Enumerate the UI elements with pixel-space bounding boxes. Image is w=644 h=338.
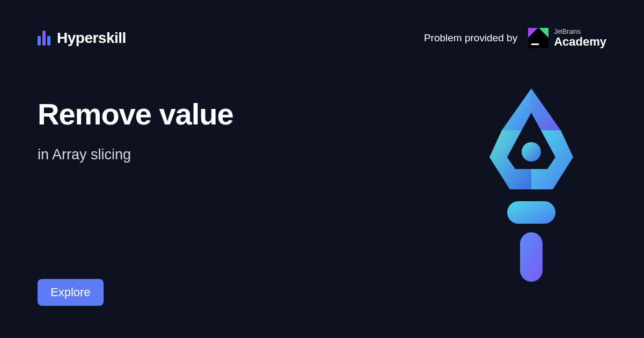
jetbrains-icon	[528, 28, 548, 48]
svg-point-0	[522, 142, 541, 161]
hyperskill-icon	[38, 31, 50, 46]
hyperskill-brand-text: Hyperskill	[57, 30, 126, 47]
header: Hyperskill Problem provided by JetBrains…	[0, 0, 644, 48]
hyperskill-logo: Hyperskill	[38, 30, 126, 47]
jetbrains-academy-text: JetBrains Academy	[554, 28, 606, 48]
svg-rect-1	[507, 201, 555, 224]
svg-rect-2	[520, 232, 543, 282]
jetbrains-academy-logo: JetBrains Academy	[528, 28, 606, 48]
explore-button[interactable]: Explore	[38, 279, 104, 306]
provided-by: Problem provided by JetBrains Academy	[424, 28, 606, 48]
provided-by-label: Problem provided by	[424, 32, 517, 44]
jetbrains-text-bottom: Academy	[554, 35, 606, 48]
pen-nib-icon	[478, 89, 585, 282]
jetbrains-text-top: JetBrains	[554, 28, 606, 35]
